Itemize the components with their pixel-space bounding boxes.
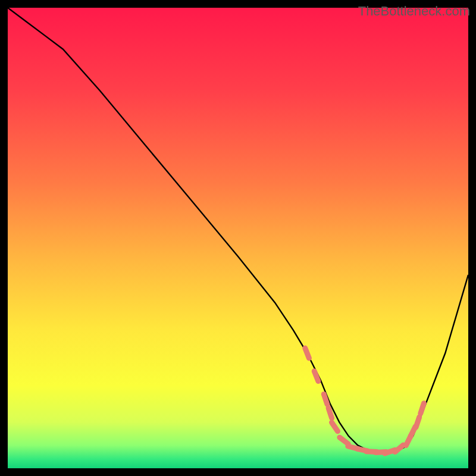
chart-svg [8,8,468,468]
watermark-text: TheBottleneck.com [358,4,470,19]
curve-marker [421,403,424,414]
curve-marker [314,371,318,381]
curve-marker [305,348,309,358]
gradient-background [8,8,468,468]
chart-plot-area [8,8,468,468]
curve-marker [416,417,419,427]
curve-marker [324,394,327,404]
curve-marker [328,408,332,418]
